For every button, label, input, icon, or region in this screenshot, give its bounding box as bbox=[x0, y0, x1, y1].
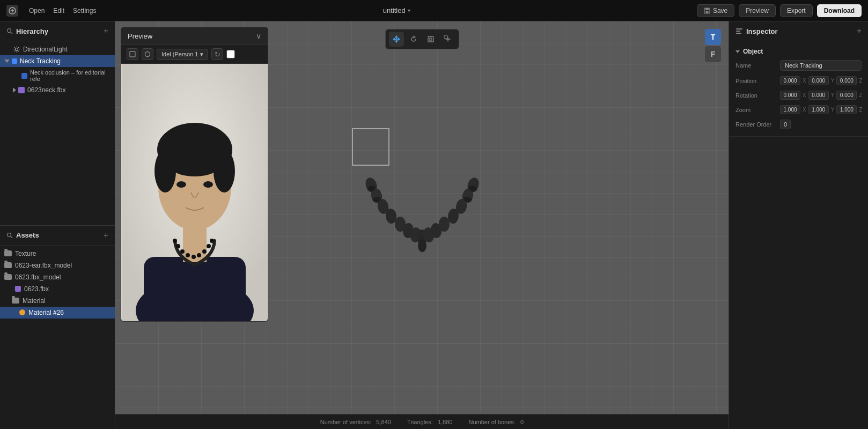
pos-y-label: Y bbox=[831, 78, 835, 84]
top-bar: Open Edit Settings untitled ▾ Save Previ… bbox=[0, 0, 868, 21]
rotation-z[interactable] bbox=[836, 91, 857, 100]
color-picker[interactable] bbox=[226, 50, 235, 58]
preview-image bbox=[121, 64, 268, 321]
inspector-add-button[interactable]: + bbox=[857, 27, 862, 35]
rotation-y[interactable] bbox=[808, 91, 829, 100]
asset-item-material-folder[interactable]: Material bbox=[0, 295, 115, 307]
save-button[interactable]: Save bbox=[697, 4, 734, 17]
svg-point-6 bbox=[16, 48, 18, 51]
top-bar-left: Open Edit Settings bbox=[6, 5, 96, 17]
pos-x-label: X bbox=[803, 78, 806, 84]
zoom-z[interactable] bbox=[836, 105, 857, 114]
name-label: Name bbox=[735, 62, 776, 69]
svg-point-35 bbox=[202, 249, 207, 254]
hierarchy-item-neck-occlusion[interactable]: Neck occlusion – for editorial refe bbox=[0, 67, 115, 84]
position-x[interactable] bbox=[780, 76, 800, 85]
folder-icon bbox=[12, 298, 19, 304]
refresh-button[interactable]: ↻ bbox=[211, 48, 223, 60]
rotation-x[interactable] bbox=[780, 91, 800, 100]
asset-item-texture[interactable]: Texture bbox=[0, 248, 115, 260]
inspector-render-order-row: Render Order 0 bbox=[729, 117, 868, 132]
position-y[interactable] bbox=[808, 76, 829, 85]
top-bar-right: Save Preview Export Download bbox=[697, 4, 862, 17]
asset-item-material26[interactable]: Material #26 bbox=[0, 307, 115, 319]
asset-item-ear[interactable]: 0623-ear.fbx_model bbox=[0, 260, 115, 271]
hierarchy-item-neck-tracking[interactable]: Neck Tracking bbox=[0, 55, 115, 67]
hierarchy-item-label: 0623neck.fbx bbox=[27, 86, 65, 94]
rotate-tool[interactable] bbox=[406, 32, 421, 47]
svg-point-30 bbox=[176, 244, 180, 248]
anchor-tool[interactable] bbox=[440, 32, 455, 47]
zoom-y[interactable] bbox=[808, 105, 829, 114]
inspector-name-row: Name Neck Tracking bbox=[729, 57, 868, 73]
inspector-panel: Inspector + Object Name Neck Tracking Po… bbox=[729, 21, 868, 429]
inspector-rotation-row: Rotation X Y Z bbox=[729, 88, 868, 102]
preview-square-tool[interactable] bbox=[127, 48, 138, 60]
svg-rect-62 bbox=[736, 28, 742, 29]
download-button[interactable]: Download bbox=[817, 4, 862, 17]
svg-point-28 bbox=[203, 181, 213, 188]
assets-title-row: Assets bbox=[6, 231, 39, 239]
hierarchy-add-button[interactable]: + bbox=[104, 27, 108, 35]
asset-label: 0623-ear.fbx_model bbox=[15, 262, 72, 269]
preview-circle-tool[interactable] bbox=[142, 48, 153, 60]
move-tool[interactable] bbox=[389, 32, 404, 47]
person-selector[interactable]: Idel (Person 1 ▾ bbox=[157, 49, 208, 60]
position-z[interactable] bbox=[836, 76, 857, 85]
t-button[interactable]: T bbox=[705, 29, 721, 45]
zoom-z-label: Z bbox=[859, 107, 862, 113]
pos-z-label: Z bbox=[859, 78, 862, 84]
necklace-3d bbox=[288, 118, 556, 332]
hierarchy-item-directional-light[interactable]: DirectionalLight bbox=[0, 43, 115, 55]
title-area[interactable]: untitled ▾ bbox=[383, 6, 410, 14]
zoom-x[interactable] bbox=[780, 105, 800, 114]
neck-tracking-icon bbox=[12, 58, 17, 64]
render-order-value[interactable]: 0 bbox=[780, 120, 791, 129]
svg-point-18 bbox=[145, 52, 150, 57]
f-button[interactable]: F bbox=[705, 46, 721, 62]
viewport-toolbar bbox=[385, 29, 459, 49]
folder-icon bbox=[4, 262, 12, 268]
zoom-xyz: X Y Z bbox=[780, 105, 862, 114]
asset-item-fbx-file[interactable]: 0623.fbx bbox=[0, 283, 115, 295]
left-panel: Hierarchy + DirectionalLight Neck Tracki… bbox=[0, 21, 115, 429]
folder-icon bbox=[4, 274, 12, 280]
svg-point-26 bbox=[214, 150, 235, 193]
name-value[interactable]: Neck Tracking bbox=[780, 60, 862, 71]
svg-point-47 bbox=[418, 239, 426, 252]
inspector-header: Inspector + bbox=[729, 21, 868, 41]
preview-toolbar: Idel (Person 1 ▾ ↻ bbox=[121, 45, 268, 64]
svg-line-14 bbox=[14, 51, 15, 51]
fbx-icon bbox=[18, 87, 25, 93]
svg-rect-17 bbox=[130, 51, 135, 57]
save-icon bbox=[704, 8, 710, 14]
asset-item-fbx-model[interactable]: 0623.fbx_model bbox=[0, 271, 115, 283]
rot-x-label: X bbox=[803, 92, 806, 98]
hierarchy-item-fbx[interactable]: 0623neck.fbx bbox=[0, 84, 115, 96]
title-chevron: ▾ bbox=[408, 8, 410, 13]
app-logo bbox=[6, 5, 18, 17]
asset-label: Material bbox=[23, 297, 46, 305]
menu-open[interactable]: Open bbox=[29, 7, 45, 14]
menu-settings[interactable]: Settings bbox=[73, 7, 96, 14]
rot-y-label: Y bbox=[831, 92, 835, 98]
inspector-icon bbox=[735, 27, 743, 35]
inspector-position-row: Position X Y Z bbox=[729, 73, 868, 88]
svg-rect-3 bbox=[705, 11, 708, 13]
collapse-icon[interactable]: ∨ bbox=[256, 32, 261, 40]
position-label: Position bbox=[735, 78, 776, 84]
viewport-area: Preview ∨ Idel (Person 1 ▾ ↻ bbox=[115, 21, 729, 429]
folder-icon bbox=[4, 250, 12, 256]
preview-button[interactable]: Preview bbox=[739, 4, 776, 17]
preview-panel: Preview ∨ Idel (Person 1 ▾ ↻ bbox=[121, 27, 268, 322]
export-button[interactable]: Export bbox=[780, 4, 813, 17]
svg-line-11 bbox=[14, 47, 15, 48]
rot-z-label: Z bbox=[859, 92, 862, 98]
hierarchy-header: Hierarchy + bbox=[0, 21, 115, 41]
assets-add-button[interactable]: + bbox=[104, 231, 108, 240]
scale-tool[interactable] bbox=[423, 32, 438, 47]
inspector-title: Inspector bbox=[746, 27, 778, 35]
assets-title: Assets bbox=[16, 231, 39, 239]
inspector-object-section: Object Name Neck Tracking Position X Y Z bbox=[729, 41, 868, 137]
menu-edit[interactable]: Edit bbox=[53, 7, 64, 14]
